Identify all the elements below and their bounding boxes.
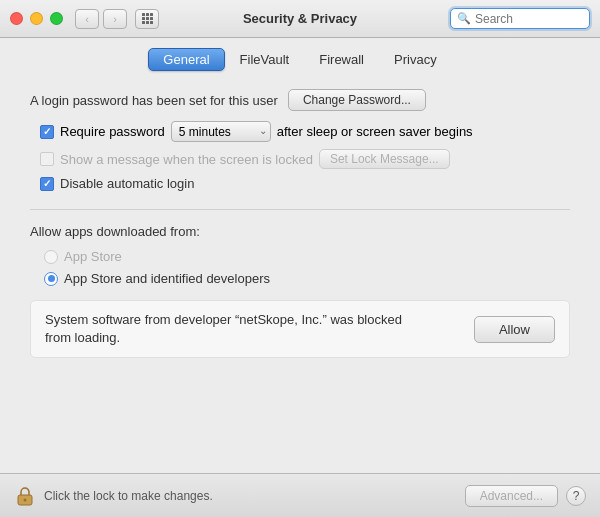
bottom-bar: Click the lock to make changes. Advanced…	[0, 473, 600, 517]
app-store-devs-radio[interactable]	[44, 272, 58, 286]
window-title: Security & Privacy	[243, 11, 357, 26]
close-button[interactable]	[10, 12, 23, 25]
change-password-button[interactable]: Change Password...	[288, 89, 426, 111]
login-password-row: A login password has been set for this u…	[30, 89, 570, 111]
lock-text: Click the lock to make changes.	[44, 489, 465, 503]
allow-apps-label: Allow apps downloaded from:	[30, 224, 570, 239]
blocked-section: System software from developer “netSkope…	[30, 300, 570, 358]
grid-icon	[142, 13, 153, 24]
tab-firewall[interactable]: Firewall	[304, 48, 379, 71]
password-interval-dropdown[interactable]: 5 minutes immediately 1 minute 15 minute…	[171, 121, 271, 142]
disable-autologin-row: Disable automatic login	[30, 176, 570, 191]
help-button[interactable]: ?	[566, 486, 586, 506]
require-password-suffix: after sleep or screen saver begins	[277, 124, 473, 139]
login-password-text: A login password has been set for this u…	[30, 93, 278, 108]
search-bar[interactable]: 🔍	[450, 8, 590, 29]
app-store-devs-label: App Store and identified developers	[64, 271, 270, 286]
require-password-label: Require password	[60, 124, 165, 139]
main-content: A login password has been set for this u…	[0, 79, 600, 368]
allow-button[interactable]: Allow	[474, 316, 555, 343]
app-store-radio-row: App Store	[30, 249, 570, 264]
show-message-row: Show a message when the screen is locked…	[30, 149, 570, 169]
lock-icon[interactable]	[14, 485, 36, 507]
blocked-text: System software from developer “netSkope…	[45, 311, 460, 347]
minimize-button[interactable]	[30, 12, 43, 25]
disable-autologin-checkbox[interactable]	[40, 177, 54, 191]
require-password-checkbox[interactable]	[40, 125, 54, 139]
grid-button[interactable]	[135, 9, 159, 29]
app-store-radio[interactable]	[44, 250, 58, 264]
separator	[30, 209, 570, 210]
forward-button[interactable]: ›	[103, 9, 127, 29]
app-store-label: App Store	[64, 249, 122, 264]
password-interval-wrapper: 5 minutes immediately 1 minute 15 minute…	[171, 121, 271, 142]
back-button[interactable]: ‹	[75, 9, 99, 29]
nav-buttons: ‹ ›	[75, 9, 127, 29]
require-password-row: Require password 5 minutes immediately 1…	[30, 121, 570, 142]
app-store-devs-radio-row: App Store and identified developers	[30, 271, 570, 286]
search-input[interactable]	[475, 12, 583, 26]
traffic-lights	[10, 12, 63, 25]
advanced-button[interactable]: Advanced...	[465, 485, 558, 507]
disable-autologin-label: Disable automatic login	[60, 176, 194, 191]
search-icon: 🔍	[457, 12, 471, 25]
tab-filevault[interactable]: FileVault	[225, 48, 305, 71]
tab-privacy[interactable]: Privacy	[379, 48, 452, 71]
titlebar: ‹ › Security & Privacy 🔍	[0, 0, 600, 38]
maximize-button[interactable]	[50, 12, 63, 25]
set-lock-message-button[interactable]: Set Lock Message...	[319, 149, 450, 169]
blocked-text-line1: System software from developer “netSkope…	[45, 312, 402, 327]
tab-general[interactable]: General	[148, 48, 224, 71]
svg-point-1	[24, 498, 27, 501]
blocked-text-line2: from loading.	[45, 330, 120, 345]
tab-bar: General FileVault Firewall Privacy	[0, 38, 600, 79]
show-message-checkbox[interactable]	[40, 152, 54, 166]
show-message-label: Show a message when the screen is locked	[60, 152, 313, 167]
